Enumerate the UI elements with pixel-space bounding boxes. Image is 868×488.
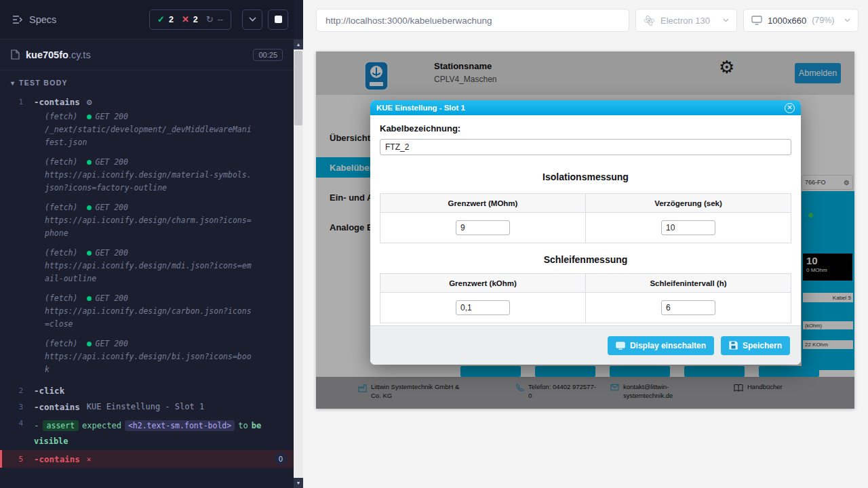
viewport-select[interactable]: 1000x660 (79%) (743, 9, 859, 32)
specs-button[interactable]: Specs (12, 14, 56, 25)
fetch-label: (fetch) (45, 247, 77, 260)
command-name: -contains (34, 97, 80, 107)
specs-label: Specs (29, 14, 56, 25)
pending-stat: ↻-- (206, 14, 223, 24)
assert-dash: - (34, 420, 39, 430)
spec-extension: .cy.ts (68, 49, 91, 60)
fail-x-icon: ✕ (87, 455, 92, 464)
status-dot-icon (87, 205, 92, 210)
column-header: Verzögerung (sek) (585, 194, 791, 212)
spec-header[interactable]: kue705fo.cy.ts 00:25 (0, 39, 294, 70)
display-einschalten-button[interactable]: Display einschalten (608, 336, 714, 355)
fetch-log-row[interactable]: (fetch)GET 200 https://api.iconify.desig… (0, 155, 294, 201)
command-number: 3 (0, 403, 34, 411)
fetch-label: (fetch) (45, 156, 77, 169)
x-icon: ✕ (182, 14, 189, 24)
fetch-log-row[interactable]: (fetch)GET 200 https://api.iconify.desig… (0, 201, 294, 246)
schleifenmessung-table: Grenzwert (kOhm) Schleifenintervall (h) (380, 273, 791, 323)
app-preview: Stationsname CPLV4_Maschen ⚙ Abmelden Üb… (316, 52, 854, 409)
fetch-status: GET 200 (95, 247, 127, 260)
fetch-label: (fetch) (45, 292, 77, 305)
command-name: -click (34, 386, 64, 396)
window: Specs ✓2 ✕2 ↻-- kue705fo.cy.ts 00:25 ▾ T… (0, 0, 868, 488)
command-contains-failed[interactable]: 5 -contains ✕ 0 (0, 450, 294, 468)
fetch-label: (fetch) (45, 338, 77, 350)
element-count-badge: 0 (275, 453, 287, 465)
command-assert[interactable]: 4 -assertexpected<h2.text-sm.font-bold>t… (0, 415, 294, 450)
modal-title: KUE Einstellung - Slot 1 (376, 104, 465, 112)
scroll-down-button[interactable]: ▼ (294, 478, 303, 488)
command-name: -contains (34, 402, 80, 412)
browser-name: Electron 130 (660, 16, 710, 26)
fetch-status: GET 200 (95, 338, 127, 350)
chevron-down-icon (723, 18, 729, 22)
browser-select[interactable]: Electron 130 (635, 9, 737, 32)
assert-to: to (238, 421, 248, 430)
test-stats: ✓2 ✕2 ↻-- (149, 9, 231, 30)
fetch-status: GET 200 (95, 201, 127, 214)
grenzwert-kohm-input[interactable] (456, 300, 510, 315)
isolationsmessung-heading: Isolationsmessung (380, 171, 791, 182)
command-contains-1[interactable]: 1 -contains ⚙ (0, 94, 294, 110)
fetch-status: GET 200 (95, 292, 127, 305)
status-dot-icon (87, 342, 92, 346)
chevron-down-icon: ▾ (11, 79, 14, 87)
isolationsmessung-table: Grenzwert (MOhm) Verzögerung (sek) (380, 193, 791, 243)
test-body-toggle[interactable]: ▾ TEST BODY (0, 70, 294, 92)
spec-name: kue705fo (26, 49, 68, 60)
command-name: -contains (34, 454, 80, 464)
fetch-url: /_next/static/development/_devMiddleware… (45, 123, 255, 149)
save-icon (729, 341, 738, 350)
fetch-url: https://api.iconify.design/bi.json?icons… (45, 350, 255, 376)
verzoegerung-sek-input[interactable] (661, 220, 715, 235)
fetch-log-row[interactable]: (fetch)GET 200 https://api.iconify.desig… (0, 337, 294, 382)
aut-area: Electron 130 1000x660 (79%) Stationsname (303, 0, 868, 488)
speichern-button[interactable]: Speichern (721, 336, 790, 355)
viewport-size: 1000x660 (768, 16, 806, 26)
fetch-status: GET 200 (95, 110, 127, 123)
fetch-label: (fetch) (45, 110, 77, 123)
pending-count: -- (218, 15, 223, 24)
cypress-reporter-panel: Specs ✓2 ✕2 ↻-- kue705fo.cy.ts 00:25 ▾ T… (0, 0, 303, 488)
fetch-url: https://api.iconify.design/material-symb… (45, 169, 255, 195)
schleifenmessung-heading: Schleifenmessung (380, 254, 791, 265)
assert-badge: assert (43, 420, 79, 431)
scroll-up-button[interactable]: ▲ (294, 39, 303, 49)
reporter-scrollbar[interactable]: ▲ ▼ (294, 39, 303, 488)
column-header: Grenzwert (MOhm) (380, 194, 585, 212)
refresh-icon: ↻ (206, 14, 214, 24)
schleifenintervall-input[interactable] (661, 300, 715, 315)
status-dot-icon (87, 296, 92, 301)
fetch-label: (fetch) (45, 201, 77, 214)
gear-icon: ⚙ (87, 97, 92, 107)
command-click[interactable]: 2 -click (0, 382, 294, 399)
fetch-status: GET 200 (95, 156, 127, 169)
scrollbar-thumb[interactable] (294, 51, 302, 125)
assert-target-selector: <h2.text-sm.font-bold> (125, 420, 235, 431)
electron-icon (644, 15, 655, 26)
fetch-url: https://api.iconify.design/carbon.json?i… (45, 305, 255, 331)
url-input[interactable] (316, 9, 629, 32)
close-icon[interactable]: ✕ (785, 103, 795, 113)
specs-icon (12, 15, 23, 24)
command-log: 1 -contains ⚙ (fetch)GET 200 /_next/stat… (0, 92, 294, 488)
kue-settings-modal: KUE Einstellung - Slot 1 ✕ Kabelbezeichn… (370, 100, 801, 365)
passed-stat: ✓2 (157, 14, 174, 24)
modal-footer: Display einschalten Speichern (370, 325, 801, 365)
passed-count: 2 (169, 15, 174, 24)
viewport-icon (751, 16, 762, 25)
fetch-log-row[interactable]: (fetch)GET 200 https://api.iconify.desig… (0, 246, 294, 291)
grenzwert-mohm-input[interactable] (456, 220, 510, 235)
column-header: Grenzwert (kOhm) (380, 274, 585, 292)
kabelbezeichnung-input[interactable] (380, 139, 791, 155)
kabelbezeichnung-label: Kabelbezeichnung: (380, 123, 791, 134)
fetch-log-row[interactable]: (fetch)GET 200 /_next/static/development… (0, 110, 294, 155)
command-number: 5 (2, 455, 34, 464)
column-header: Schleifenintervall (h) (585, 274, 791, 292)
fetch-log-row[interactable]: (fetch)GET 200 https://api.iconify.desig… (0, 291, 294, 337)
status-dot-icon (87, 115, 92, 119)
failed-count: 2 (193, 15, 198, 24)
stop-button[interactable] (268, 9, 288, 30)
collapse-runs-button[interactable] (242, 9, 262, 30)
command-contains-2[interactable]: 3 -contains KUE Einstellung - Slot 1 (0, 399, 294, 415)
